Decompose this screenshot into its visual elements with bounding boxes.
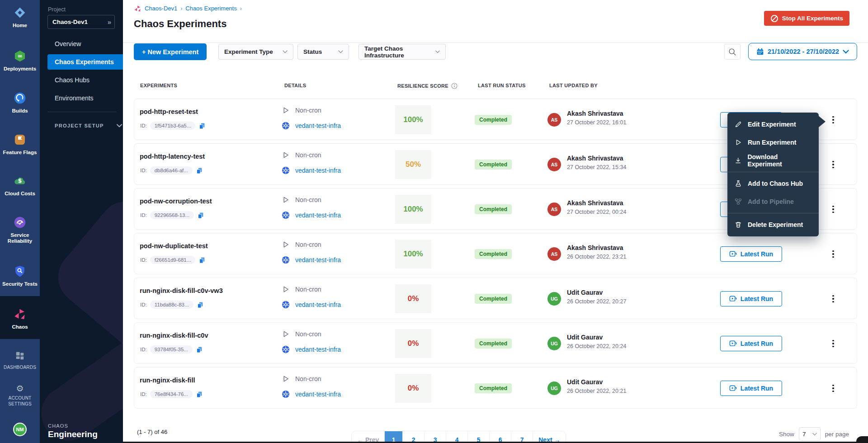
nav-item-chaos-active[interactable]: Chaos [0, 296, 40, 339]
table-row[interactable]: run-nginx-disk-fill-c0v-vw3 ID: 11bda88c… [134, 278, 857, 319]
target-infrastructure-filter[interactable]: Target Chaos Infrastructure [359, 44, 446, 60]
copy-icon[interactable] [196, 167, 203, 174]
copy-icon[interactable] [198, 122, 205, 129]
row-menu-kebab-icon[interactable] [828, 247, 839, 261]
updated-by-name: Akash Shrivastava [567, 155, 623, 162]
harness-logo-icon [14, 6, 26, 19]
infrastructure-link[interactable]: vedant-test-infra [295, 391, 341, 398]
kubernetes-icon [282, 390, 290, 398]
sidebar-menu: Overview Chaos Experiments Chaos Hubs En… [40, 36, 123, 108]
collapse-sidebar-icon[interactable]: » [108, 18, 111, 26]
nav-item-home[interactable]: Home [0, 6, 40, 28]
menu-item-run-experiment[interactable]: Run Experiment [727, 133, 819, 151]
project-setup-label: PROJECT SETUP [55, 123, 104, 128]
module-nav-rail: Home ∞ Deployments Builds Feature Flags … [0, 0, 40, 443]
infrastructure-link[interactable]: vedant-test-infra [295, 256, 341, 264]
menu-item-delete-experiment[interactable]: Delete Experiment [727, 216, 819, 234]
copy-icon[interactable] [198, 256, 205, 264]
sidebar-item-chaos-experiments[interactable]: Chaos Experiments [47, 54, 123, 70]
per-page-label: per page [825, 431, 849, 438]
table-row[interactable]: pod-nw-duplicate-test ID: f26651d9-681..… [134, 233, 857, 274]
infrastructure-link[interactable]: vedant-test-infra [295, 346, 341, 353]
experiment-name[interactable]: pod-nw-duplicate-test [140, 242, 208, 250]
nav-label-home: Home [0, 23, 40, 28]
sidebar-item-environments[interactable]: Environments [47, 90, 123, 106]
edit-icon [735, 121, 742, 128]
row-menu-kebab-icon[interactable] [828, 202, 839, 217]
nav-item-dashboards[interactable]: DASHBOARDS [0, 351, 40, 370]
breadcrumb-link-project[interactable]: Chaos-Dev1 [145, 5, 177, 12]
target-infrastructure: vedant-test-infra [282, 390, 341, 398]
row-menu-kebab-icon[interactable] [828, 113, 839, 127]
updated-by-date: 26 October 2022, 20:21 [567, 388, 626, 394]
experiment-id-line: ID: db8d6a46-af... [140, 166, 203, 174]
latest-run-button[interactable]: Latest Run [720, 381, 782, 396]
updated-by-name: Udit Gaurav [567, 334, 603, 341]
feature-flags-icon [14, 133, 26, 146]
id-label: ID: [140, 212, 147, 218]
chevron-down-icon [843, 50, 849, 54]
status-filter[interactable]: Status [297, 44, 349, 60]
status-badge: Completed [475, 249, 512, 259]
row-menu-kebab-icon[interactable] [828, 336, 839, 351]
latest-run-button[interactable]: Latest Run [720, 336, 782, 351]
infrastructure-link[interactable]: vedant-test-infra [295, 301, 341, 308]
nav-item-service-reliability[interactable]: Service Reliability [0, 216, 40, 244]
target-infrastructure: vedant-test-infra [282, 301, 341, 309]
project-setup-section[interactable]: PROJECT SETUP [55, 123, 122, 128]
schedule-type: Non-cron [282, 375, 321, 383]
deployments-icon: ∞ [14, 50, 26, 62]
nav-item-feature-flags[interactable]: Feature Flags [0, 133, 40, 156]
stop-all-experiments-button[interactable]: Stop All Experiments [764, 11, 849, 26]
info-icon[interactable] [451, 83, 458, 89]
table-row[interactable]: run-nginx-disk-fill-c0v ID: 93784f05-35.… [134, 322, 857, 364]
breadcrumb-separator: › [240, 5, 242, 12]
copy-icon[interactable] [197, 212, 204, 219]
experiment-name[interactable]: run-nginx-disk-fill [140, 377, 195, 384]
nav-item-cloud-costs[interactable]: $ Cloud Costs [0, 174, 40, 197]
menu-item-add-to-chaos-hub[interactable]: Add to Chaos Hub [727, 174, 819, 193]
target-infrastructure: vedant-test-infra [282, 211, 341, 219]
svg-text:$: $ [18, 178, 22, 184]
latest-run-button[interactable]: Latest Run [720, 291, 782, 306]
infrastructure-link[interactable]: vedant-test-infra [295, 122, 341, 129]
project-selector[interactable]: Chaos-Dev1 » [47, 15, 115, 29]
infrastructure-link[interactable]: vedant-test-infra [295, 212, 341, 219]
row-menu-kebab-icon[interactable] [828, 292, 839, 306]
menu-item-download-experiment[interactable]: Download Experiment [727, 151, 819, 170]
copy-icon[interactable] [196, 346, 203, 353]
sidebar-item-chaos-hubs[interactable]: Chaos Hubs [47, 72, 123, 88]
avatar: AS [547, 247, 561, 261]
row-menu-kebab-icon[interactable] [828, 157, 839, 172]
chevron-down-icon [338, 50, 343, 53]
experiment-id-chip: db8d6a46-af... [150, 166, 193, 174]
row-menu-kebab-icon[interactable] [828, 381, 839, 396]
search-button[interactable] [724, 44, 741, 60]
infrastructure-link[interactable]: vedant-test-infra [295, 167, 341, 174]
per-page-select[interactable]: 7 [799, 427, 821, 441]
updated-by-name: Udit Gaurav [567, 378, 603, 386]
experiment-name[interactable]: pod-http-reset-test [140, 108, 198, 115]
main-content: Chaos-Dev1 › Chaos Experiments › Chaos E… [123, 0, 868, 443]
nav-item-builds[interactable]: Builds [0, 92, 40, 114]
copy-icon[interactable] [196, 391, 203, 398]
experiment-name[interactable]: run-nginx-disk-fill-c0v-vw3 [140, 287, 223, 294]
breadcrumb-link-experiments[interactable]: Chaos Experiments [185, 5, 236, 12]
nav-item-account-settings[interactable]: ⚙ ACCOUNTSETTINGS [0, 384, 40, 407]
new-experiment-button[interactable]: + New Experiment [134, 43, 207, 60]
latest-run-button[interactable]: Latest Run [720, 246, 782, 262]
menu-divider [727, 172, 819, 172]
user-avatar[interactable]: NM [13, 423, 27, 436]
experiment-name[interactable]: run-nginx-disk-fill-c0v [140, 332, 208, 339]
table-row[interactable]: run-nginx-disk-fill ID: 76e8f434-76... N… [134, 367, 857, 409]
resilience-score: 100% [395, 105, 431, 134]
nav-item-deployments[interactable]: ∞ Deployments [0, 50, 40, 72]
copy-icon[interactable] [197, 301, 203, 308]
experiment-name[interactable]: pod-http-latency-test [140, 153, 205, 160]
date-range-picker[interactable]: 21/10/2022 - 27/10/2022 [748, 43, 857, 60]
nav-item-security-tests[interactable]: Security Tests [0, 265, 40, 287]
experiment-type-filter[interactable]: Experiment Type [218, 44, 293, 60]
sidebar-item-overview[interactable]: Overview [47, 36, 123, 52]
menu-item-edit-experiment[interactable]: Edit Experiment [727, 115, 819, 133]
experiment-name[interactable]: pod-nw-corruption-test [140, 198, 212, 205]
